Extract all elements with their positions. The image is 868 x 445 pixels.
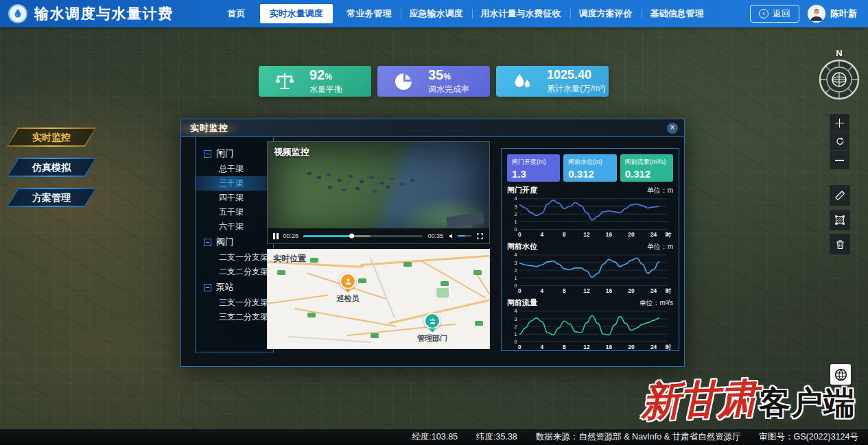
map-road-badge <box>307 313 316 317</box>
sidebar-item-simulation[interactable]: 仿真模拟 <box>7 158 96 177</box>
tree-group-gates[interactable]: 闸门 <box>196 145 273 162</box>
refresh-icon <box>835 136 845 146</box>
basemap-switch-button[interactable] <box>830 364 851 385</box>
longitude-readout: 经度:103.85 <box>412 431 458 443</box>
svg-text:3: 3 <box>514 204 517 210</box>
svg-text:12: 12 <box>583 344 590 350</box>
nav-item-emergency-dispatch[interactable]: 应急输水调度 <box>401 0 472 27</box>
fullscreen-icon[interactable] <box>476 232 484 240</box>
volume-control[interactable] <box>448 232 471 240</box>
nav-item-metering-billing[interactable]: 用水计量与水费征收 <box>472 0 570 27</box>
nav-item-basic-info[interactable]: 基础信息管理 <box>642 0 713 27</box>
video-progress-handle[interactable] <box>349 234 354 239</box>
kpi-dispatch-completion: 35% 调水完成率 <box>377 66 490 97</box>
svg-text:1: 1 <box>514 331 517 337</box>
chart-unit: 单位：m <box>647 186 673 195</box>
measure-area-button[interactable] <box>830 210 850 230</box>
tree-leaf[interactable]: 三支一分支渠 <box>196 296 273 310</box>
compass-north-label: N <box>818 48 860 58</box>
stat-value: 1.3 <box>512 168 560 180</box>
svg-text:16: 16 <box>606 288 613 294</box>
video-monitor-panel: 视频监控 00:26 00:35 <box>267 141 490 244</box>
water-drops-icon <box>511 71 533 93</box>
map-marker-management[interactable]: 管理部门 <box>408 313 456 344</box>
svg-text:24: 24 <box>650 232 657 238</box>
map-status-bar: 经度:103.85 纬度:35.38 数据来源：自然资源部 & NavInfo … <box>0 429 868 445</box>
kpi-water-balance: 92% 水量平衡 <box>259 66 371 97</box>
chart-unit: 单位：m³/s <box>640 298 673 308</box>
nav-item-daily-business[interactable]: 常业务管理 <box>338 0 401 27</box>
stat-gate-opening: 闸门开度(m) 1.3 <box>507 154 560 182</box>
svg-text:8: 8 <box>563 288 566 294</box>
reset-view-button[interactable] <box>830 132 849 151</box>
svg-text:4: 4 <box>514 252 517 258</box>
sidebar-item-realtime-monitor[interactable]: 实时监控 <box>7 128 96 147</box>
kpi-label: 累计水量(万/m³) <box>547 83 605 95</box>
chart-flow-rate: 闸前流量 单位：m³/s 0123404812162024时 <box>507 298 673 350</box>
svg-text:4: 4 <box>541 344 544 350</box>
back-button[interactable]: ‹ 返回 <box>750 5 799 23</box>
watermark-brand: 新甘肃 <box>640 372 758 429</box>
svg-text:时: 时 <box>666 232 672 238</box>
tree-leaf[interactable]: 总干渠 <box>196 162 273 176</box>
watermark-suffix: 客户端 <box>759 382 856 424</box>
svg-text:20: 20 <box>628 344 635 350</box>
video-panel-title: 视频监控 <box>274 146 309 158</box>
modal-title: 实时监控 <box>190 122 228 134</box>
measure-distance-button[interactable] <box>830 185 850 206</box>
tree-group-pumps[interactable]: 泵站 <box>196 279 273 296</box>
user-menu[interactable]: 陈叶新 <box>808 5 857 23</box>
tree-group-label: 泵站 <box>216 281 234 293</box>
map-road <box>288 336 371 343</box>
map-marker-inspector[interactable]: 巡检员 <box>324 273 372 304</box>
video-facility-decor <box>446 212 484 228</box>
pause-icon[interactable] <box>273 233 279 239</box>
tree-leaf[interactable]: 四干渠 <box>196 191 273 205</box>
svg-text:2: 2 <box>514 267 517 274</box>
svg-text:4: 4 <box>514 195 517 202</box>
map-road <box>267 294 329 304</box>
svg-text:24: 24 <box>650 288 657 294</box>
compass-control[interactable]: N <box>818 48 860 104</box>
ruler-icon <box>834 189 846 202</box>
plus-icon <box>835 119 844 128</box>
gauge-charts-panel: 闸门开度(m) 1.3 闸前水位(m) 0.312 闸前流量(m³/s) 0.3… <box>501 148 679 351</box>
zoom-in-button[interactable] <box>830 114 849 132</box>
close-icon[interactable]: × <box>667 123 678 134</box>
tree-group-label: 闸门 <box>216 147 234 160</box>
svg-text:3: 3 <box>514 316 517 322</box>
tree-leaf[interactable]: 六干渠 <box>196 219 273 234</box>
tree-leaf-selected[interactable]: 三干渠 <box>196 176 273 191</box>
area-measure-icon <box>834 214 846 226</box>
zoom-out-button[interactable] <box>830 151 849 169</box>
collapse-icon[interactable] <box>204 284 211 291</box>
map-road-badge <box>441 281 449 286</box>
volume-slider[interactable] <box>458 235 471 237</box>
nav-item-plan-evaluation[interactable]: 调度方案评价 <box>570 0 642 27</box>
realtime-location-map[interactable]: 实时位置 巡检员 <box>267 249 490 349</box>
svg-text:12: 12 <box>583 288 590 294</box>
tree-leaf[interactable]: 三支二分支渠 <box>196 310 273 324</box>
svg-text:12: 12 <box>583 232 590 238</box>
collapse-icon[interactable] <box>204 150 211 158</box>
clear-delete-button[interactable] <box>830 234 850 254</box>
nav-item-realtime-dispatch[interactable]: 实时水量调度 <box>260 4 333 23</box>
collapse-icon[interactable] <box>204 239 211 246</box>
video-duration: 00:35 <box>427 232 443 239</box>
pie-chart-icon <box>392 71 414 93</box>
tree-leaf[interactable]: 五干渠 <box>196 205 273 219</box>
sidebar-item-plan-management[interactable]: 方案管理 <box>7 188 96 207</box>
tree-group-valves[interactable]: 阀门 <box>196 234 273 250</box>
nav-item-home[interactable]: 首页 <box>219 0 255 27</box>
svg-text:0: 0 <box>518 232 521 238</box>
map-road-badge <box>473 270 482 275</box>
back-label: 返回 <box>773 8 790 20</box>
video-progress-bar[interactable] <box>303 235 423 237</box>
tree-leaf[interactable]: 二支一分支渠 <box>196 250 273 265</box>
tree-leaf[interactable]: 二支二分支渠 <box>196 265 273 279</box>
kpi-label: 水量平衡 <box>309 84 342 95</box>
video-progress-fill <box>303 235 351 237</box>
map-road <box>360 254 490 266</box>
chart-gate-opening: 闸门开度 单位：m 0123404812162024时 <box>507 185 673 238</box>
map-road-badge <box>403 262 412 267</box>
